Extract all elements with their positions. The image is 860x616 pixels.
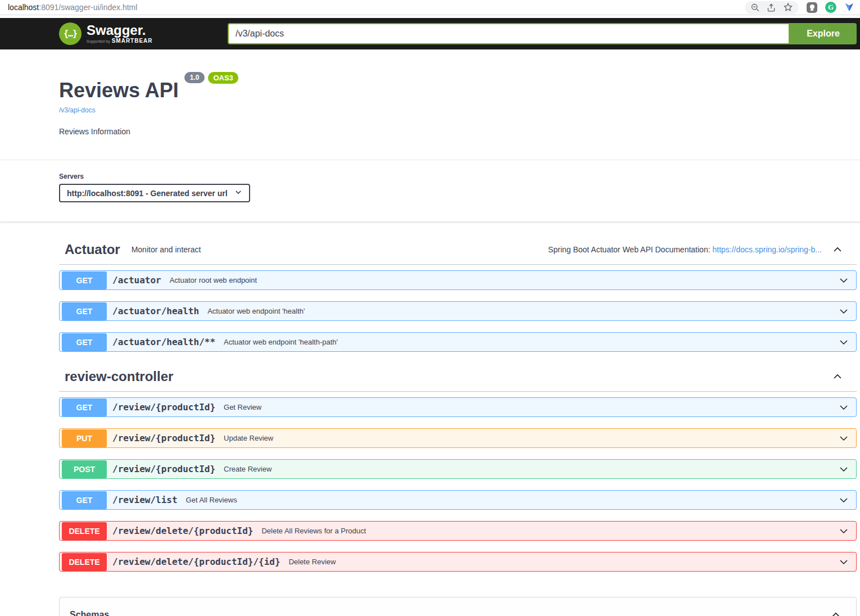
op-path: /actuator/health/** [112, 337, 215, 347]
spec-link[interactable]: /v3/api-docs [59, 106, 96, 114]
opblock-delete-reviews[interactable]: DELETE /review/delete/{productId} Delete… [59, 521, 857, 541]
chevron-down-icon[interactable] [838, 526, 849, 537]
v-extension-icon[interactable] [844, 2, 854, 12]
opblock-get-actuator[interactable]: GET /actuator Actuator root web endpoint [59, 270, 857, 290]
method-badge: GET [62, 398, 107, 416]
op-path: /review/list [112, 495, 178, 505]
url-path: :8091/swagger-ui/index.html [39, 3, 137, 12]
opblock-get-review[interactable]: GET /review/{productId} Get Review [59, 397, 857, 417]
chevron-down-icon[interactable] [838, 337, 849, 348]
op-description: Update Review [224, 434, 273, 442]
op-path: /review/{productId} [112, 433, 215, 443]
method-badge: POST [62, 460, 107, 478]
chevron-down-icon[interactable] [838, 275, 849, 286]
method-badge: GET [62, 302, 107, 320]
api-title-row: Reviews API 1.0 OAS3 [59, 79, 860, 102]
opblock-get-actuator-health[interactable]: GET /actuator/health Actuator web endpoi… [59, 301, 857, 321]
op-path: /actuator/health [112, 306, 199, 316]
collapse-schemas-button[interactable] [830, 609, 841, 616]
op-description: Create Review [224, 465, 271, 473]
browser-address-bar[interactable]: localhost:8091/swagger-ui/index.html G [0, 0, 860, 15]
section-doc-text: Spring Boot Actuator Web API Documentati… [548, 245, 822, 254]
opblock-delete-review[interactable]: DELETE /review/delete/{productId}/{id} D… [59, 552, 857, 572]
chevron-down-icon [234, 188, 242, 198]
schemas-title: Schemas [70, 610, 109, 616]
smartbear-tagline: Supported bySMARTBEAR [87, 38, 153, 44]
bookmark-star-icon[interactable] [783, 2, 793, 12]
method-badge: DELETE [62, 553, 107, 571]
method-badge: PUT [62, 429, 107, 447]
method-badge: GET [62, 333, 107, 351]
swagger-logo-icon: {…} [59, 22, 82, 45]
section-header-actuator[interactable]: Actuator Monitor and interact Spring Boo… [59, 236, 857, 265]
spec-url-input[interactable] [228, 23, 790, 44]
url-host: localhost [8, 3, 39, 12]
api-info-section: Reviews API 1.0 OAS3 /v3/api-docs Review… [0, 49, 860, 160]
chevron-down-icon[interactable] [838, 495, 849, 506]
share-icon[interactable] [767, 3, 776, 12]
op-path: /review/{productId} [112, 402, 215, 413]
collapse-section-button[interactable] [832, 244, 843, 255]
method-badge: DELETE [62, 522, 107, 540]
op-description: Actuator web endpoint 'health' [207, 307, 305, 315]
version-badge: 1.0 [184, 72, 205, 83]
api-operations: Actuator Monitor and interact Spring Boo… [59, 236, 857, 616]
scheme-container: Servers http://localhost:8091 - Generate… [0, 160, 860, 221]
address-bar-actions [745, 1, 799, 14]
swagger-topbar: {…} Swagger. Supported bySMARTBEAR Explo… [0, 18, 860, 49]
servers-select[interactable]: http://localhost:8091 - Generated server… [59, 184, 250, 202]
section-title: Actuator [65, 242, 120, 257]
chevron-down-icon[interactable] [838, 556, 849, 568]
op-description: Actuator web endpoint 'health-path' [224, 338, 338, 346]
op-path: /review/delete/{productId}/{id} [112, 556, 280, 567]
op-description: Get Review [224, 403, 261, 411]
explore-button[interactable]: Explore [790, 23, 857, 44]
servers-label: Servers [59, 173, 860, 180]
swagger-logo-text: Swagger. [87, 24, 153, 37]
op-description: Get All Reviews [186, 496, 237, 504]
section-doc-link[interactable]: https://docs.spring.io/spring-b... [712, 245, 822, 254]
op-path: /review/delete/{productId} [112, 526, 253, 536]
op-path: /review/{productId} [112, 464, 215, 474]
servers-selected-value: http://localhost:8091 - Generated server… [67, 189, 228, 198]
page-url[interactable]: localhost:8091/swagger-ui/index.html [8, 3, 137, 12]
op-path: /actuator [112, 275, 161, 286]
method-badge: GET [62, 271, 107, 289]
op-description: Actuator root web endpoint [170, 276, 257, 284]
section-subtitle: Monitor and interact [132, 245, 201, 254]
collapse-section-button[interactable] [832, 371, 843, 382]
opblock-get-review-list[interactable]: GET /review/list Get All Reviews [59, 490, 857, 510]
oas3-badge: OAS3 [208, 72, 238, 84]
swagger-logo: {…} Swagger. Supported bySMARTBEAR [59, 22, 228, 45]
chevron-down-icon[interactable] [838, 433, 849, 444]
opblock-put-review[interactable]: PUT /review/{productId} Update Review [59, 428, 857, 448]
keep-extension-icon[interactable] [807, 2, 817, 13]
chevron-down-icon[interactable] [838, 402, 849, 413]
opblock-get-actuator-health-path[interactable]: GET /actuator/health/** Actuator web end… [59, 332, 857, 352]
opblock-post-review[interactable]: POST /review/{productId} Create Review [59, 459, 857, 479]
section-header-review-controller[interactable]: review-controller [59, 363, 857, 392]
api-description: Reviews Information [59, 127, 860, 136]
chevron-down-icon[interactable] [838, 464, 849, 475]
zoom-out-icon[interactable] [750, 3, 760, 12]
page-title: Reviews API [59, 79, 179, 102]
grammarly-extension-icon[interactable]: G [825, 2, 836, 13]
schemas-section[interactable]: Schemas [59, 597, 857, 616]
method-badge: GET [62, 491, 107, 509]
op-description: Delete Review [289, 558, 336, 566]
section-title: review-controller [65, 369, 173, 384]
chevron-down-icon[interactable] [838, 306, 849, 317]
op-description: Delete All Reviews for a Product [261, 527, 366, 535]
